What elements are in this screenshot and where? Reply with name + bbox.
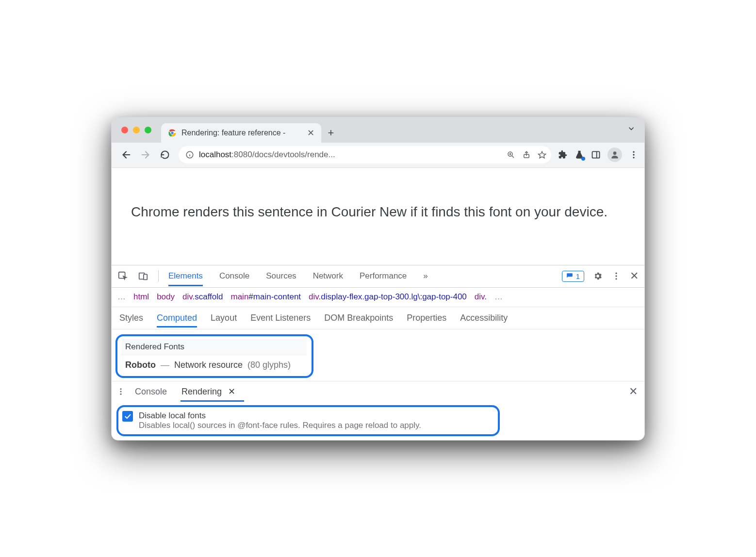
tab-network[interactable]: Network	[313, 266, 343, 286]
drawer-tab-rendering[interactable]: Rendering ✕	[177, 383, 240, 400]
back-button[interactable]	[117, 146, 135, 164]
dom-breadcrumb[interactable]: … html body div.scaffold main#main-conte…	[112, 288, 644, 307]
drawer-tab-console[interactable]: Console	[130, 384, 172, 400]
bc-html[interactable]: html	[133, 292, 149, 302]
devtools-toolbar: Elements Console Sources Network Perform…	[112, 265, 644, 288]
tab-performance[interactable]: Performance	[360, 266, 407, 286]
separator	[158, 270, 159, 282]
drawer-tabs: Console Rendering ✕ ✕	[112, 381, 644, 402]
svg-point-27	[120, 391, 122, 393]
rendered-fonts-block: Rendered Fonts Roboto — Network resource…	[115, 334, 313, 378]
svg-point-19	[633, 157, 634, 158]
disable-local-fonts-setting[interactable]: Disable local fonts Disables local() sou…	[118, 407, 498, 434]
svg-rect-14	[592, 151, 600, 158]
inspect-element-icon[interactable]	[117, 271, 128, 281]
svg-point-25	[615, 278, 617, 279]
page-content: Chrome renders this sentence in Courier …	[112, 168, 644, 265]
browser-tab[interactable]: Rendering: feature reference - ✕	[161, 123, 321, 143]
svg-point-23	[615, 273, 617, 274]
profile-avatar-icon[interactable]	[608, 147, 622, 162]
elements-subtabs: Styles Computed Layout Event Listeners D…	[112, 307, 644, 329]
omnibox-actions	[507, 150, 546, 159]
site-info-icon[interactable]	[185, 150, 194, 159]
extensions-icon[interactable]	[558, 150, 568, 160]
checkbox-checked-icon[interactable]	[122, 411, 133, 422]
settings-gear-icon[interactable]	[593, 271, 603, 281]
tab-elements[interactable]: Elements	[168, 266, 203, 286]
devtools-toolbar-right: 1 ✕	[562, 270, 639, 282]
svg-point-17	[633, 151, 634, 153]
more-tabs-icon[interactable]: »	[423, 266, 427, 286]
minimize-window-button[interactable]	[133, 127, 140, 133]
window-controls	[121, 117, 151, 143]
toolbar: localhost:8080/docs/devtools/rende...	[112, 143, 644, 168]
font-source: Network resource	[174, 360, 243, 370]
devtools-menu-icon[interactable]	[611, 271, 621, 281]
labs-icon[interactable]	[575, 150, 584, 160]
svg-line-9	[512, 156, 514, 158]
forward-button[interactable]	[137, 146, 154, 164]
setting-description: Disables local() sources in @font-face r…	[139, 421, 421, 430]
bc-div-trail[interactable]: div.	[475, 292, 487, 302]
tabs-dropdown-icon[interactable]	[627, 124, 636, 133]
tab-console[interactable]: Console	[219, 266, 249, 286]
svg-point-18	[633, 154, 634, 155]
breadcrumb-ellipsis-right[interactable]: …	[494, 292, 503, 302]
bc-div-scaffold[interactable]: div.scaffold	[182, 292, 223, 302]
font-name: Roboto	[125, 360, 156, 370]
svg-point-16	[613, 151, 617, 155]
issues-count: 1	[576, 272, 580, 280]
subtab-dom-breakpoints[interactable]: DOM Breakpoints	[324, 309, 393, 327]
svg-rect-22	[144, 274, 147, 279]
drawer-menu-icon[interactable]	[116, 387, 125, 396]
setting-title: Disable local fonts	[139, 411, 421, 421]
close-tab-icon[interactable]: ✕	[307, 128, 314, 138]
tab-sources[interactable]: Sources	[266, 266, 296, 286]
tab-strip: Rendering: feature reference - ✕ +	[112, 117, 644, 143]
chrome-menu-icon[interactable]	[629, 150, 639, 160]
address-bar[interactable]: localhost:8080/docs/devtools/rende...	[179, 146, 551, 164]
close-drawer-tab-icon[interactable]: ✕	[228, 387, 235, 396]
reload-button[interactable]	[156, 146, 174, 164]
dash: —	[161, 360, 169, 370]
bc-main[interactable]: main#main-content	[231, 292, 301, 302]
tab-title: Rendering: feature reference -	[181, 129, 302, 137]
font-glyphs: (80 glyphs)	[247, 360, 291, 370]
side-panel-icon[interactable]	[591, 150, 601, 160]
issues-badge[interactable]: 1	[562, 271, 584, 282]
new-tab-button[interactable]: +	[321, 123, 341, 143]
chrome-favicon-icon	[168, 129, 177, 137]
breadcrumb-ellipsis-left[interactable]: …	[117, 292, 126, 302]
zoom-icon[interactable]	[507, 150, 515, 159]
share-icon[interactable]	[522, 150, 531, 159]
maximize-window-button[interactable]	[145, 127, 151, 133]
close-window-button[interactable]	[121, 127, 128, 133]
close-devtools-icon[interactable]: ✕	[630, 270, 639, 282]
devtools-panel: Elements Console Sources Network Perform…	[112, 265, 644, 440]
device-toolbar-icon[interactable]	[138, 271, 148, 281]
svg-point-24	[615, 275, 617, 277]
bc-div-flex[interactable]: div.display-flex.gap-top-300.lg\:gap-top…	[309, 292, 467, 302]
subtab-event-listeners[interactable]: Event Listeners	[250, 309, 311, 327]
rendered-font-row: Roboto — Network resource (80 glyphs)	[121, 355, 307, 372]
subtab-accessibility[interactable]: Accessibility	[460, 309, 508, 327]
rendered-fonts-heading: Rendered Fonts	[121, 339, 307, 355]
close-drawer-icon[interactable]: ✕	[629, 385, 638, 398]
subtab-layout[interactable]: Layout	[211, 309, 237, 327]
bc-body[interactable]: body	[157, 292, 175, 302]
svg-marker-13	[539, 151, 546, 158]
subtab-computed[interactable]: Computed	[157, 309, 197, 327]
toolbar-right	[558, 147, 639, 162]
setting-text: Disable local fonts Disables local() sou…	[139, 411, 421, 430]
browser-window: Rendering: feature reference - ✕ + local…	[111, 117, 645, 441]
subtab-styles[interactable]: Styles	[119, 309, 143, 327]
url-text: localhost:8080/docs/devtools/rende...	[199, 150, 502, 160]
svg-point-26	[120, 388, 122, 390]
svg-point-28	[120, 393, 122, 395]
bookmark-star-icon[interactable]	[538, 150, 546, 159]
page-text: Chrome renders this sentence in Courier …	[131, 202, 625, 222]
devtools-main-tabs: Elements Console Sources Network Perform…	[168, 266, 552, 286]
subtab-properties[interactable]: Properties	[407, 309, 446, 327]
